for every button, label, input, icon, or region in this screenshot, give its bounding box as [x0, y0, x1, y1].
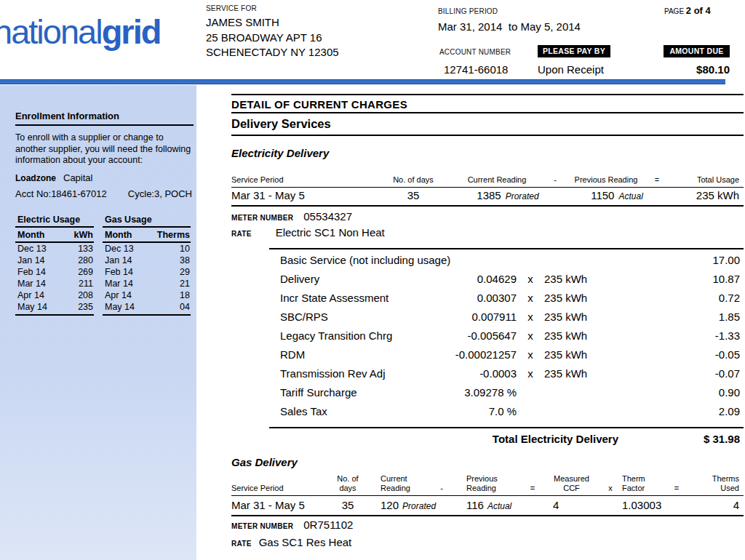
charge-row: Tariff Surcharge3.09278 %0.90 — [269, 386, 744, 405]
measured-ccf-value: 4 — [544, 499, 599, 511]
col-service-period: Service Period — [231, 484, 333, 493]
col-days: No. ofdays — [333, 474, 362, 493]
previous-reading-value: 1150Actual — [566, 189, 668, 201]
electric-total-row: Total Electricity Delivery $ 31.98 — [269, 427, 744, 447]
col-previous-reading: Previous Reading — [566, 175, 646, 184]
gas-delivery-title: Gas Delivery — [231, 456, 298, 468]
current-reading-value: 1385Prorated — [450, 189, 566, 201]
equals-symbol: = — [646, 175, 668, 184]
meter-number-label: METER NUMBER — [231, 522, 293, 530]
divider — [231, 112, 744, 113]
equals-symbol: = — [666, 484, 688, 493]
total-electricity-label: Total Electricity Delivery — [269, 433, 618, 445]
electric-meter-number: METER NUMBER 05534327 — [231, 210, 352, 223]
section-title: DETAIL OF CURRENT CHARGES — [231, 98, 407, 111]
total-usage-value: 235 kWh — [668, 189, 744, 201]
cycle-label: Cycle: — [128, 188, 154, 199]
enrollment-title: Enrollment Information — [15, 111, 194, 126]
electric-kwh-col: kWh — [74, 230, 93, 240]
minus-symbol: - — [431, 484, 452, 493]
electric-month-col: Month — [17, 230, 44, 240]
service-period-value: Mar 31 - May 5 — [231, 189, 377, 201]
total-electricity-amount: $ 31.98 — [618, 433, 744, 445]
electric-usage-title: Electric Usage — [15, 215, 94, 228]
table-row: Dec 1310 — [103, 243, 191, 255]
gas-month-col: Month — [105, 230, 132, 240]
minus-symbol: - — [544, 175, 566, 184]
col-total-usage: Total Usage — [668, 175, 744, 184]
electricity-delivery-title: Electricity Delivery — [231, 147, 329, 159]
table-row: Dec 13133 — [15, 243, 94, 255]
gas-meter-number: METER NUMBER 0R751102 — [231, 519, 353, 531]
col-therms-used: ThermsUsed — [688, 474, 744, 493]
gas-usage-title: Gas Usage — [103, 215, 191, 228]
cycle-value: 3, POCH — [154, 188, 192, 199]
charges-detail: DETAIL OF CURRENT CHARGES Delivery Servi… — [231, 0, 744, 560]
sidebar-panel: Enrollment Information To enroll with a … — [0, 85, 196, 560]
electric-charges-box: Basic Service (not including usage)17.00… — [269, 248, 744, 447]
divider — [231, 135, 744, 136]
table-row: May 1404 — [103, 301, 191, 313]
col-current-reading: Current Reading — [450, 175, 544, 184]
meter-number-value: 0R751102 — [303, 519, 353, 531]
charge-row: Sales Tax7.0 %2.09 — [269, 405, 744, 424]
equals-symbol: = — [521, 484, 544, 493]
acct-no-label: Acct No: — [15, 188, 51, 199]
charge-row: SBC/RPS0.007911x235 kWh1.85 — [269, 311, 744, 329]
table-row: Apr 1418 — [103, 289, 191, 301]
actual-note: Actual — [618, 191, 642, 201]
charge-row: Legacy Transition Chrg-0.005647x235 kWh-… — [269, 329, 744, 348]
table-row: Feb 14269 — [15, 266, 94, 278]
electric-usage-header: Month kWh — [15, 228, 94, 243]
days-value: 35 — [377, 189, 450, 201]
meter-number-label: METER NUMBER — [231, 214, 293, 222]
gas-meter-table-header: Service Period No. ofdays CurrentReading… — [231, 474, 744, 496]
therms-used-value: 4 — [688, 499, 744, 511]
charge-row: Transmission Rev Adj-0.0003x235 kWh-0.07 — [269, 367, 744, 386]
previous-reading-value: 116Actual — [452, 499, 521, 511]
divider — [231, 94, 744, 95]
actual-note: Actual — [487, 501, 511, 511]
service-period-value: Mar 31 - May 5 — [231, 499, 333, 511]
charge-row: RDM-0.00021257x235 kWh-0.05 — [269, 348, 744, 367]
table-row: Jan 1438 — [103, 255, 191, 266]
rate-value: Gas SC1 Res Heat — [259, 536, 352, 548]
gas-meter-table-row: Mar 31 - May 5 35 120Prorated 116Actual … — [231, 499, 744, 516]
current-reading-value: 120Prorated — [362, 499, 431, 511]
days-value: 35 — [333, 499, 362, 511]
nationalgrid-logo: nationalgrid — [0, 12, 160, 52]
gas-rate: RATE Gas SC1 Res Heat — [231, 536, 351, 548]
table-row: Mar 1421 — [103, 278, 191, 289]
therm-factor-value: 1.03003 — [622, 499, 666, 511]
gas-usage-table: Gas Usage Month Therms Dec 1310 Jan 1438… — [103, 215, 191, 316]
multiply-symbol: x — [599, 484, 622, 493]
table-row: May 14235 — [15, 301, 94, 313]
charge-row: Basic Service (not including usage)17.00 — [269, 254, 744, 273]
logo-national: national — [0, 12, 102, 51]
loadzone-row: LoadzoneCapital — [15, 172, 196, 183]
rate-value: Electric SC1 Non Heat — [276, 226, 385, 239]
col-current-reading: CurrentReading — [362, 474, 431, 493]
prorated-note: Prorated — [402, 501, 436, 511]
rate-label: RATE — [231, 230, 252, 238]
electric-meter-table-header: Service Period No. of days Current Readi… — [231, 175, 744, 188]
account-cycle-row: Acct No:18461-67012 Cycle:3, POCH — [15, 188, 196, 199]
meter-number-value: 05534327 — [303, 210, 352, 223]
charge-row: Incr State Assessment0.00307x235 kWh0.72 — [269, 292, 744, 311]
utility-bill-page: nationalgrid SERVICE FOR JAMES SMITH 25 … — [0, 0, 745, 560]
prorated-note: Prorated — [506, 191, 539, 201]
gas-usage-header: Month Therms — [103, 228, 191, 243]
table-row: Apr 14208 — [15, 289, 94, 301]
col-therm-factor: ThermFactor — [622, 474, 666, 493]
charge-row: Delivery0.04629x235 kWh10.87 — [269, 273, 744, 292]
col-measured-ccf: MeasuredCCF — [544, 474, 599, 493]
acct-no-value: 18461-67012 — [51, 188, 107, 199]
electric-meter-table-row: Mar 31 - May 5 35 1385Prorated 1150Actua… — [231, 189, 744, 207]
table-row: Feb 1429 — [103, 266, 191, 278]
table-row: Jan 14280 — [15, 255, 94, 266]
loadzone-value: Capital — [63, 172, 92, 183]
electric-rate: RATE Electric SC1 Non Heat — [231, 226, 385, 239]
logo-grid: grid — [102, 12, 161, 51]
subsection-title: Delivery Services — [231, 117, 331, 131]
table-row: Mar 14211 — [15, 278, 94, 289]
